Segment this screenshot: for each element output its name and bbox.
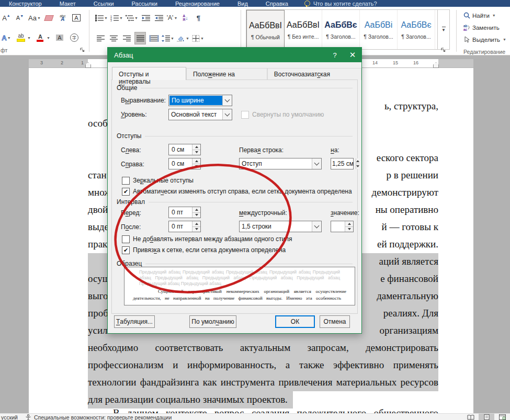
tabs-button[interactable]: Табуляция... [114,315,155,328]
first-line-by-spinner[interactable]: 1,25 см [331,158,354,169]
set-as-default-button[interactable]: По умолчанию [189,315,236,328]
style-entry-4[interactable]: АаБбВє¶ Заголов... [398,10,435,49]
style-entry-1[interactable]: АаБбВвІ¶ Без инте... [285,10,322,49]
phonetic-guide-icon[interactable]: abcA [58,12,68,24]
no-space-between-same-style-checkbox[interactable]: Не добавлять интервал между абзацами одн… [122,235,292,243]
highlight-dropdown-icon[interactable]: ▼ [27,36,31,40]
select-dropdown-icon: ▼ [503,38,506,41]
grow-font-icon[interactable]: A▲ [1,12,12,24]
close-icon[interactable]: ✕ [344,48,361,62]
tab-asian-typography[interactable]: Восточноазиатская разметка [267,68,361,80]
ribbon-tab-конструктор[interactable]: Конструктор [0,1,51,7]
tab-indents-and-spacing[interactable]: Отступы и интервалы [112,67,186,80]
align-left-icon[interactable] [95,32,106,44]
spin-down-icon [192,150,200,155]
ruler-number: 15 [393,60,398,65]
dialog-tab-page: Общие Выравнивание: По ширине Уровень: О… [111,80,358,314]
indent-right-spinner[interactable]: 0 см [168,158,201,169]
document-text-fragment: особ [88,115,108,132]
character-shading-icon[interactable]: A [54,32,65,43]
ribbon-tab-макет[interactable]: Макет [51,1,85,7]
shrink-font-icon[interactable]: A▼ [15,12,25,24]
first-line-label: Первая строка: [239,146,284,154]
ok-button[interactable]: ОК [275,315,315,328]
shading-icon[interactable]: ▼ [177,32,189,44]
spacing-before-spinner[interactable]: 0 пт [168,207,201,218]
ribbon-tab-рассылки[interactable]: Рассылки [123,1,166,7]
first-line-combobox[interactable]: Отступ [239,158,322,169]
dialog-titlebar[interactable]: Абзац ? ✕ [108,48,361,62]
web-layout-icon[interactable] [494,414,510,420]
chevron-down-icon [222,109,232,120]
document-text-fragment: реалиях. Для [383,305,438,322]
paragraph-dialog: Абзац ? ✕ Отступы и интервалы Положение … [107,47,362,334]
tab-line-and-page-breaks[interactable]: Положение на странице [186,68,267,80]
numbering-icon[interactable]: 123▼ [110,12,123,24]
ruler-number: 2 [61,60,63,65]
font-group-launcher-icon[interactable] [80,47,85,53]
align-center-icon[interactable] [108,32,119,44]
font-color-dropdown-icon[interactable]: ▼ [47,36,50,40]
styles-more-button[interactable]: ▼ [437,10,449,49]
auto-adjust-right-indent-checkbox[interactable]: ✔Автоматически изменять отступ справа, е… [122,188,352,196]
ribbon-tab-ссылки[interactable]: Ссылки [85,1,123,7]
multilevel-list-icon[interactable]: ▼ [126,12,138,24]
ribbon-tab-рецензирование[interactable]: Рецензирование [166,1,229,7]
styles-group-launcher-icon[interactable] [440,47,446,53]
show-marks-icon[interactable]: ¶ [193,12,203,24]
distribute-icon[interactable] [149,32,159,44]
style-preview: АаБбВвІ [287,20,320,30]
style-label: ¶ Заголов... [401,33,430,40]
document-text-fragment: организациям [379,322,438,339]
style-entry-2[interactable]: АаБбВє¶ Заголов... [322,10,360,49]
mirror-indents-checkbox[interactable]: Зеркальные отступы [122,177,194,185]
borders-icon[interactable]: ▼ [192,32,204,44]
style-entry-0[interactable]: АаБбВвІ¶ Обычный [246,10,285,50]
tell-me-box[interactable]: Что вы хотите сделать? [313,1,377,7]
indent-left-label: Слева: [121,146,141,154]
highlight-icon[interactable]: ab [16,32,26,43]
alignment-combobox[interactable]: По ширине [168,95,232,106]
decrease-indent-icon[interactable] [141,12,151,24]
ribbon-tab-справка[interactable]: Справка [257,1,297,7]
line-spacing-combobox[interactable]: 1,5 строки [239,221,322,232]
bullets-icon[interactable]: ▼ [95,12,108,24]
justify-icon[interactable] [134,32,146,44]
help-icon[interactable]: ? [326,48,344,62]
enclose-characters-icon[interactable]: 字 [69,32,80,43]
document-line: технологии фандрайзинга как инструмента … [88,374,438,391]
line-spacing-at-label: значение: [331,209,359,217]
character-border-icon[interactable]: A [71,12,82,24]
find-button[interactable]: Найти▼ [463,9,510,21]
spin-up-icon [192,144,200,150]
change-case-icon[interactable]: Aa▼ [28,12,41,24]
language-status[interactable]: усский [1,414,18,420]
line-spacing-icon[interactable]: ▼ [162,32,174,44]
increase-indent-icon[interactable] [154,12,164,24]
spin-down-icon [192,164,200,169]
style-preview: АаБбВє [401,20,431,30]
read-mode-icon[interactable] [463,414,479,420]
style-entry-3[interactable]: АаБбВі¶ Заголов... [360,10,398,49]
spin-up-icon [192,158,200,164]
asian-layout-icon[interactable]: 'А'▼ [167,12,178,24]
select-button[interactable]: Выделить▼ [463,33,510,46]
line-spacing-at-spinner[interactable] [331,221,354,232]
snap-to-grid-checkbox[interactable]: ✔Привязка к сетке, если сетка документа … [122,246,286,254]
ribbon-tab-вид[interactable]: Вид [229,1,257,7]
cancel-button[interactable]: Отмена [320,315,350,328]
indent-left-spinner[interactable]: 0 см [168,144,201,155]
sort-icon[interactable]: АЯ↓ [180,12,190,24]
text-effects-icon[interactable]: A▼ [1,32,12,43]
print-layout-icon[interactable] [479,414,494,420]
dialog-title: Абзац [114,51,133,59]
clear-formatting-icon[interactable] [44,12,54,24]
font-color-icon[interactable]: A [35,32,46,43]
outline-level-combobox[interactable]: Основной текст [168,109,232,120]
status-bar: усский Специальные возможности: проверьт… [0,413,510,420]
align-right-icon[interactable] [121,32,132,44]
spacing-after-spinner[interactable]: 0 пт [168,221,201,232]
accessibility-status[interactable]: Специальные возможности: проверьте реком… [34,414,172,420]
styles-gallery: АаБбВвІ¶ ОбычныйАаБбВвІ¶ Без инте...АаБб… [246,9,450,50]
replace-button[interactable]: abac Заменить [463,21,510,33]
